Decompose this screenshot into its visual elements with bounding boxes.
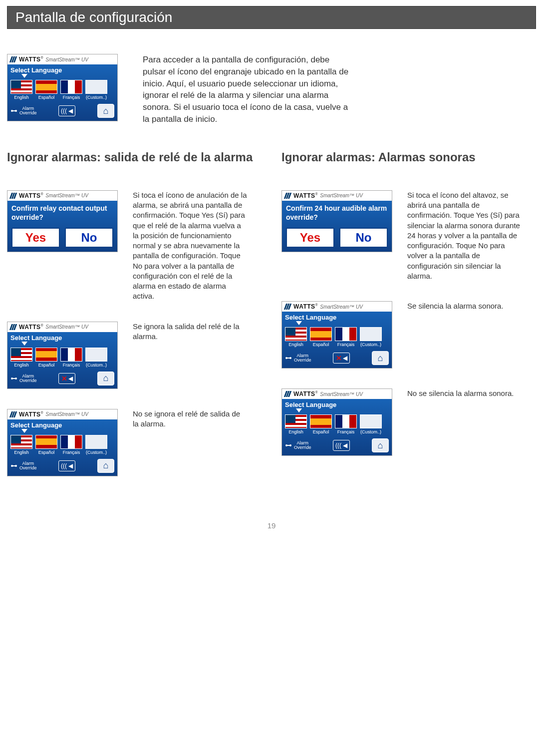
watts-wave-icon	[285, 304, 290, 310]
selection-arrow-icon	[7, 343, 117, 348]
flag-fr-icon[interactable]	[335, 327, 357, 341]
col-a-heading: Ignorar alarmas: salida de relé de la al…	[7, 150, 262, 180]
no-button[interactable]: No	[339, 228, 388, 248]
device-relay-overridden: WATTS®SmartStream™ UV Select Language En…	[7, 322, 118, 389]
flag-es-icon[interactable]	[35, 348, 57, 362]
flag-es-icon[interactable]	[35, 435, 57, 449]
flag-fr-icon[interactable]	[60, 80, 82, 94]
lang-francais: Français	[60, 95, 82, 100]
col-b-p1: Si toca el ícono del altavoz, se abrirá …	[407, 190, 522, 281]
watts-wave-icon	[10, 193, 16, 199]
speaker-muted-button[interactable]: ✕ ◀	[333, 353, 350, 364]
select-language-label: Select Language	[7, 419, 117, 430]
language-labels: English Español Français (Custom..)	[7, 95, 117, 102]
alarm-override-button[interactable]: Alarm Override	[10, 374, 37, 383]
select-language-label: Select Language	[282, 399, 392, 409]
flag-row	[7, 80, 117, 95]
alarm-override-icon	[285, 442, 292, 449]
watts-wave-icon	[10, 324, 16, 330]
select-language-label: Select Language	[282, 312, 392, 322]
device-audible-not-silenced: WATTS®SmartStream™ UV Select Language En…	[281, 388, 392, 456]
yes-button[interactable]: Yes	[286, 228, 334, 248]
select-language-label: Select Language	[7, 332, 117, 343]
brand-name: WATTS®	[19, 56, 43, 63]
home-button[interactable]: ⌂	[372, 351, 389, 365]
home-button[interactable]: ⌂	[97, 104, 114, 118]
device-relay-not-overridden: WATTS®SmartStream™ UV Select Language En…	[7, 409, 118, 476]
device-confirm-relay: WATTS®SmartStream™ UV Confirm relay cont…	[7, 190, 118, 252]
page-title: Pantalla de configuración	[7, 6, 536, 29]
brand-bar: WATTS® SmartStream™ UV	[7, 54, 117, 64]
flag-es-icon[interactable]	[310, 327, 332, 341]
col-a-p1: Si toca el ícono de anulación de la alar…	[133, 190, 248, 302]
device-audible-silenced: WATTS®SmartStream™ UV Select Language En…	[281, 301, 392, 369]
alarm-override-button[interactable]: Alarm Override	[285, 441, 311, 450]
col-a-p2: Se ignora la salida del relé de la alarm…	[133, 322, 248, 342]
flag-es-icon[interactable]	[35, 80, 57, 94]
alarm-override-button[interactable]: Alarm Override	[10, 106, 37, 115]
flag-es-icon[interactable]	[310, 414, 332, 428]
flag-us-icon[interactable]	[10, 80, 32, 94]
flag-us-icon[interactable]	[10, 435, 32, 449]
selection-arrow-icon	[7, 75, 117, 80]
page-number: 19	[7, 521, 536, 530]
alarm-override-button[interactable]: Alarm Override	[10, 461, 37, 470]
lang-english: English	[10, 95, 32, 100]
confirm-relay-text: Confirm relay contact output override?	[7, 201, 117, 224]
device-config-default: WATTS® SmartStream™ UV Select Language E…	[7, 54, 118, 121]
alarm-override-icon	[10, 462, 17, 469]
col-a-p3: No se ignora el relé de salida de la ala…	[133, 409, 248, 429]
selection-arrow-icon	[7, 430, 117, 435]
select-language-label: Select Language	[7, 64, 117, 75]
flag-custom-icon[interactable]	[85, 348, 107, 362]
flag-us-icon[interactable]	[10, 348, 32, 362]
flag-fr-icon[interactable]	[60, 435, 82, 449]
watts-wave-icon	[10, 411, 16, 417]
intro-text: Para acceder a la pantalla de configurac…	[143, 54, 352, 125]
flag-custom-icon[interactable]	[85, 435, 107, 449]
flag-fr-icon[interactable]	[60, 348, 82, 362]
device-confirm-audible: WATTS®SmartStream™ UV Confirm 24 hour au…	[281, 190, 392, 252]
alarm-override-label: Alarm Override	[19, 106, 37, 115]
speaker-button[interactable]: ((( ◀	[58, 105, 75, 116]
flag-custom-icon[interactable]	[360, 414, 382, 428]
watts-wave-icon	[285, 193, 290, 199]
alarm-override-icon	[285, 355, 292, 362]
lang-espanol: Español	[35, 95, 57, 100]
selection-arrow-icon	[282, 322, 392, 327]
alarm-override-icon	[10, 375, 17, 382]
home-button[interactable]: ⌂	[97, 459, 114, 473]
confirm-audible-text: Confirm 24 hour audible alarm override?	[282, 201, 392, 224]
speaker-muted-button[interactable]: ✕ ◀	[58, 373, 75, 384]
watts-wave-icon	[285, 391, 290, 397]
brand-sub: SmartStream™ UV	[45, 57, 88, 62]
speaker-button[interactable]: ((( ◀	[333, 440, 350, 451]
flag-us-icon[interactable]	[285, 414, 307, 428]
flag-fr-icon[interactable]	[335, 414, 357, 428]
flag-us-icon[interactable]	[285, 327, 307, 341]
watts-wave-icon	[10, 56, 16, 62]
alarm-override-button[interactable]: Alarm Override	[285, 354, 311, 363]
home-button[interactable]: ⌂	[97, 372, 114, 385]
selection-arrow-icon	[282, 409, 392, 414]
lang-custom: (Custom..)	[85, 95, 107, 100]
no-button[interactable]: No	[65, 228, 113, 248]
flag-custom-icon[interactable]	[85, 80, 107, 94]
yes-button[interactable]: Yes	[11, 228, 60, 248]
alarm-override-icon	[10, 107, 17, 114]
col-b-p2: Se silencia la alarma sonora.	[407, 301, 504, 311]
col-b-heading: Ignorar alarmas: Alarmas sonoras	[281, 150, 536, 180]
home-button[interactable]: ⌂	[372, 438, 389, 452]
flag-custom-icon[interactable]	[360, 327, 382, 341]
col-b-p3: No se silencia la alarma sonora.	[407, 388, 514, 398]
speaker-button[interactable]: ((( ◀	[58, 460, 75, 471]
